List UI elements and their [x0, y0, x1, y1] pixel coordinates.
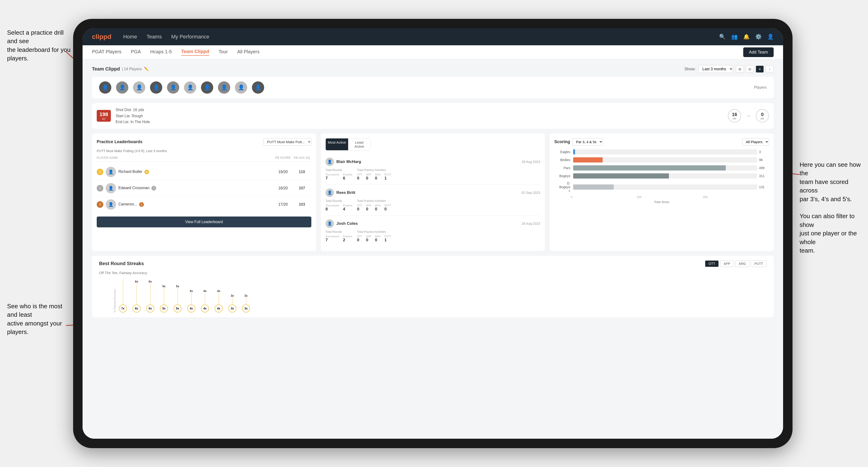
chart-x-axis: 0 200 400: [571, 195, 769, 199]
ap-name-1: Blair McHarg: [336, 159, 522, 164]
annotation-bottom-left: See who is the most and leastactive amon…: [7, 302, 71, 336]
subnav-team-clippd[interactable]: Team Clippd: [181, 49, 209, 56]
team-title: Team Clippd: [92, 66, 120, 72]
bar-row-eagles: Eagles 3: [557, 149, 767, 154]
shot-info: Shot Dist: 16 yds Start Lie: Rough End L…: [116, 107, 150, 125]
nav-teams[interactable]: Teams: [147, 34, 162, 40]
lb-avatar-2: 👤: [106, 183, 116, 193]
ap-avatar-2: 👤: [326, 188, 334, 197]
lb-row-3: 3 👤 Cameron... 3 17/20 103: [97, 196, 311, 213]
edit-icon[interactable]: ✏️: [144, 67, 149, 71]
lb-name-2: Edward Crossman 2: [118, 186, 274, 191]
player-avatar-10[interactable]: 👤: [252, 81, 264, 94]
nav-performance[interactable]: My Performance: [171, 34, 209, 40]
activity-tabs: Most Active Least Active: [326, 138, 371, 151]
ap-activities-title-2: Total Practice Activities: [357, 199, 391, 203]
scoring-card: Scoring Par 3, 4 & 5s All Players Eagles: [550, 133, 774, 251]
player-avatar-2[interactable]: 👤: [116, 81, 128, 94]
show-select[interactable]: Last 3 months: [699, 65, 733, 73]
player-avatar-1[interactable]: 👤: [99, 81, 111, 94]
lb-rank-3: 3: [97, 201, 103, 208]
bar-row-pars: Pars 499: [557, 165, 767, 170]
bar-row-dbogeys: D. Bogeys + 131: [557, 181, 767, 193]
ap-rounds-section-1: Total Rounds Tournament 7 Practice 6: [326, 168, 352, 181]
x-tick-400: 400: [703, 195, 769, 199]
player-avatar-3[interactable]: 👤: [133, 81, 145, 94]
navbar-icons: 🔍 👥 🔔 ⚙️ 👤: [719, 34, 774, 40]
bar-label-eagles: Eagles: [557, 150, 573, 154]
lb-row-1: 1 👤 Richard Butler ★ 19/20 110: [97, 164, 311, 180]
streak-dot-7x-1: 7x 7x: [119, 280, 127, 312]
players-label: Players: [754, 85, 767, 90]
ap-avatar-3: 👤: [326, 219, 334, 228]
bar-label-dbogeys: D. Bogeys +: [557, 181, 573, 193]
bar-track-dbogeys: [573, 184, 757, 190]
streak-dot-4x-1: 4x 4x: [187, 289, 195, 312]
add-team-button[interactable]: Add Team: [743, 48, 774, 57]
activity-tab-most-active[interactable]: Most Active: [326, 138, 348, 150]
ap-tournament-3: Tournament 7: [326, 235, 339, 243]
subnav-pga[interactable]: PGA: [131, 49, 141, 55]
ap-header-2: 👤 Rees Britt 02 Sep 2023: [326, 188, 540, 197]
player-avatar-8[interactable]: 👤: [218, 81, 230, 94]
view-grid2-btn[interactable]: ⊟: [746, 66, 754, 73]
lb-name-1: Richard Butler ★: [118, 169, 274, 174]
streaks-btn-ott[interactable]: OTT: [705, 260, 719, 267]
subnav-tour[interactable]: Tour: [219, 49, 228, 55]
streaks-dots-row: 7x 7x 6x 6x 6x 6x: [119, 280, 767, 312]
people-icon[interactable]: 👥: [731, 34, 738, 40]
ap-app-2: APP 0: [366, 204, 371, 212]
lb-avg-1: 110: [292, 170, 311, 174]
bar-fill-birdies: [573, 157, 602, 162]
view-grid-btn[interactable]: ⊞: [736, 66, 744, 73]
player-avatar-5[interactable]: 👤: [167, 81, 179, 94]
streak-dot-6x-1: 6x 6x: [132, 280, 141, 312]
player-avatar-7[interactable]: 👤: [201, 81, 213, 94]
show-controls: Show: Last 3 months ⊞ ⊟ ≡ ↕: [684, 65, 774, 73]
streaks-btn-putt[interactable]: PUTT: [751, 260, 767, 267]
scoring-filter-par[interactable]: Par 3, 4 & 5s: [572, 138, 603, 146]
settings-icon[interactable]: ⚙️: [755, 34, 762, 40]
ap-ott-2: OTT 0: [357, 204, 362, 212]
view-sort-btn[interactable]: ↕: [766, 66, 774, 73]
bar-value-eagles: 3: [757, 150, 767, 154]
shot-circle-start: 16 yds: [728, 109, 741, 122]
scoring-filter-players[interactable]: All Players: [742, 138, 769, 146]
streaks-buttons: OTT APP ARG PUTT: [705, 260, 767, 267]
player-avatar-9[interactable]: 👤: [235, 81, 247, 94]
drill-select[interactable]: PUTT Must Make Putt...: [264, 138, 311, 146]
search-icon[interactable]: 🔍: [719, 34, 725, 40]
ap-app-1: APP 0: [366, 173, 371, 181]
bar-track-bogeys: [573, 173, 757, 179]
ap-rounds-values-3: Tournament 7 Practice 2: [326, 235, 352, 243]
ap-arg-1: ARG 0: [375, 173, 381, 181]
streaks-btn-arg[interactable]: ARG: [735, 260, 749, 267]
badge-gold-1: ★: [144, 169, 149, 174]
view-icons: ⊞ ⊟ ≡ ↕: [736, 66, 774, 73]
player-avatar-4[interactable]: 👤: [150, 81, 162, 94]
streak-dot-4x-3: 4x 4x: [215, 289, 223, 312]
subnav-all-players[interactable]: All Players: [237, 49, 259, 55]
ap-rounds-title-3: Total Rounds: [326, 230, 352, 234]
streak-dot-6x-2: 6x 6x: [146, 280, 154, 312]
player-avatar-6[interactable]: 👤: [184, 81, 196, 94]
ap-rounds-title-2: Total Rounds: [326, 199, 352, 203]
streaks-subtitle: Off The Tee, Fairway Accuracy: [99, 271, 767, 275]
shot-circles: 16 yds → 0 yds: [728, 109, 769, 122]
streaks-btn-app[interactable]: APP: [720, 260, 734, 267]
ap-activities-title-1: Total Practice Activities: [357, 168, 391, 172]
activity-tab-least-active[interactable]: Least Active: [348, 138, 371, 150]
view-list-btn[interactable]: ≡: [756, 66, 764, 73]
ap-activities-section-2: Total Practice Activities OTT 0 APP 0: [357, 199, 391, 212]
view-full-leaderboard-button[interactable]: View Full Leaderboard: [97, 217, 311, 227]
subnav-pgat[interactable]: PGAT Players: [92, 49, 121, 55]
bell-icon[interactable]: 🔔: [743, 34, 750, 40]
header-avg: PB AVG SQ: [292, 156, 311, 159]
activity-player-1: 👤 Blair McHarg 26 Aug 2023 Total Rounds …: [326, 154, 540, 185]
ap-rounds-title-1: Total Rounds: [326, 168, 352, 172]
nav-home[interactable]: Home: [123, 34, 137, 40]
ap-rounds-values-2: Tournament 8 Practice 4: [326, 204, 352, 212]
user-icon[interactable]: 👤: [767, 34, 774, 40]
subnav-hcaps[interactable]: Hcaps 1-5: [150, 49, 172, 55]
ap-date-3: 26 Aug 2023: [522, 222, 540, 225]
